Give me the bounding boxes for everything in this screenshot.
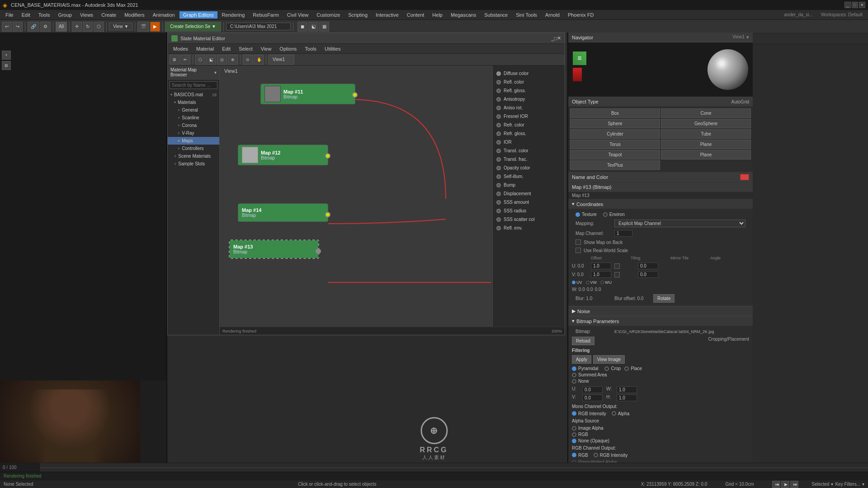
coordinates-header[interactable]: ▾ Coordinates [568, 199, 753, 209]
reload-btn[interactable]: Reload [572, 337, 594, 345]
menu-file[interactable]: File [2, 11, 17, 19]
sme-menu-options[interactable]: Options [276, 45, 300, 52]
w-crop-input[interactable] [617, 386, 637, 393]
noise-header[interactable]: ▶ Noise [568, 306, 753, 316]
view-image-btn[interactable]: View Image [593, 355, 625, 364]
socket-displacement-dot[interactable] [496, 192, 501, 196]
menu-content[interactable]: Content [403, 11, 428, 19]
navigator-preview[interactable]: ≡ [568, 42, 753, 97]
v-angle-input[interactable] [638, 271, 658, 278]
menu-customize[interactable]: Customize [313, 11, 344, 19]
menu-views[interactable]: Views [76, 11, 97, 19]
menu-megascans[interactable]: Megascans [447, 11, 480, 19]
summed-area-radio[interactable] [572, 373, 576, 377]
obj-texplus[interactable]: TexPlus [570, 160, 660, 170]
rgb-source-radio[interactable] [572, 432, 576, 437]
render-icon3[interactable]: ▦ [319, 22, 329, 32]
rotate-btn[interactable]: ↻ [83, 22, 93, 32]
sme-menu-utilities[interactable]: Utilities [321, 45, 344, 52]
link-btn[interactable]: 🔗 [28, 22, 39, 32]
menu-modifiers[interactable]: Modifiers [121, 11, 148, 19]
rgb-radio[interactable] [572, 453, 576, 457]
socket-transl-color-dot[interactable] [496, 149, 501, 153]
alpha-mono-radio[interactable] [612, 411, 616, 416]
mmb-toggle[interactable]: ▾ [214, 70, 217, 75]
real-world-checkbox[interactable] [576, 248, 581, 253]
sme-tb-zoom[interactable]: ⊙ [243, 55, 253, 65]
minimize-btn[interactable]: _ [844, 2, 851, 8]
obj-torus[interactable]: Torus [570, 140, 660, 149]
sme-tb-btn3[interactable]: ⬡ [195, 55, 205, 65]
menu-create[interactable]: Create [98, 11, 120, 19]
sme-view-dropdown[interactable]: View1 [269, 55, 294, 65]
mmb-item-corona[interactable]: + Corona [168, 122, 219, 129]
show-map-checkbox[interactable] [576, 239, 581, 245]
menu-interactive[interactable]: Interactive [372, 11, 402, 19]
render-icon1[interactable]: ◼ [297, 22, 307, 32]
vw-radio[interactable] [586, 281, 590, 284]
mmb-item-scanline[interactable]: + Scanline [168, 114, 219, 122]
render-icon2[interactable]: ⬕ [308, 22, 318, 32]
menu-scripting[interactable]: Scripting [344, 11, 371, 19]
mmb-search-input[interactable] [170, 81, 217, 89]
socket-aniso-rot-dot[interactable] [496, 106, 501, 110]
nav-dropdown-icon[interactable]: ▾ [746, 34, 749, 40]
mmb-item-materials[interactable]: ▾ Materials [168, 99, 219, 106]
sme-menu-modes[interactable]: Modes [170, 45, 192, 52]
u-tiling-input[interactable] [591, 263, 611, 269]
redo-btn[interactable]: ↪ [13, 22, 23, 32]
menu-edit[interactable]: Edit [18, 11, 34, 19]
wu-radio[interactable] [600, 281, 604, 284]
node-map13[interactable]: Map #13 Bitmap [229, 239, 319, 259]
obj-plane2[interactable]: Plane [661, 150, 751, 160]
menu-help[interactable]: Help [429, 11, 446, 19]
view-dropdown[interactable]: View ▼ [109, 23, 132, 30]
close-btn[interactable]: ✕ [859, 2, 865, 8]
node-map11-output[interactable] [352, 92, 358, 98]
v-mirror-checkbox[interactable] [614, 272, 620, 277]
place-radio[interactable] [624, 366, 629, 371]
socket-sss-scatter-dot[interactable] [496, 217, 501, 222]
sme-menu-select[interactable]: Select [235, 45, 256, 52]
mmb-item-controllers[interactable]: + Controllers [168, 145, 219, 152]
socket-fresnel-ior-dot[interactable] [496, 114, 501, 119]
node-map14[interactable]: Map #14 Bitmap [238, 203, 328, 222]
obj-tube[interactable]: Tube [661, 129, 751, 139]
apply-btn[interactable]: Apply [572, 355, 591, 364]
rotate-btn[interactable]: Rotate [653, 294, 675, 303]
scale-btn[interactable]: ⬡ [94, 22, 104, 32]
socket-self-illum-dot[interactable] [496, 174, 501, 179]
v-tiling-input[interactable] [591, 271, 611, 278]
timeline-track[interactable] [41, 463, 868, 472]
undo-btn[interactable]: ↩ [2, 22, 12, 32]
render-setup-btn[interactable]: 🎬 [137, 22, 149, 32]
u-crop-input[interactable] [582, 386, 603, 393]
viewport-bg[interactable] [0, 33, 166, 380]
socket-refl-gloss-dot[interactable] [496, 89, 501, 93]
menu-phoenix-fd[interactable]: Phoenix FD [564, 11, 597, 19]
map-channel-input[interactable] [614, 230, 632, 237]
sme-tb-pan[interactable]: ✋ [254, 55, 264, 65]
play-prev-btn[interactable]: ⏮ [772, 481, 780, 488]
socket-refl-env-dot[interactable] [496, 226, 501, 230]
socket-sss-amount-dot[interactable] [496, 200, 501, 205]
obj-teapot[interactable]: Teapot [570, 150, 660, 160]
menu-graph-editors[interactable]: Graph Editors [179, 11, 217, 19]
none-opaque-radio[interactable] [572, 439, 576, 443]
menu-rebusfarm[interactable]: RebusFarm [249, 11, 282, 19]
pyramidal-radio[interactable] [572, 366, 576, 371]
node-map14-output[interactable] [325, 212, 330, 217]
sme-tb-btn6[interactable]: ⊕ [228, 55, 238, 65]
render-btn[interactable]: ▶ [150, 22, 160, 32]
sme-menu-material[interactable]: Material [193, 45, 217, 52]
obj-box[interactable]: Box [570, 108, 660, 118]
sme-tb-btn5[interactable]: ◎ [217, 55, 227, 65]
node-map13-output[interactable] [316, 249, 321, 254]
bitmap-params-header[interactable]: ▾ Bitmap Parameters [568, 316, 753, 326]
node-map12[interactable]: Map #12 Bitmap [238, 145, 328, 165]
socket-ior-dot[interactable] [496, 140, 501, 145]
menu-arnold[interactable]: Arnold [542, 11, 563, 19]
sme-tb-btn1[interactable]: ⊞ [170, 55, 179, 65]
u-mirror-checkbox[interactable] [614, 263, 620, 269]
mapping-dropdown[interactable]: Explicit Map Channel [614, 220, 745, 227]
